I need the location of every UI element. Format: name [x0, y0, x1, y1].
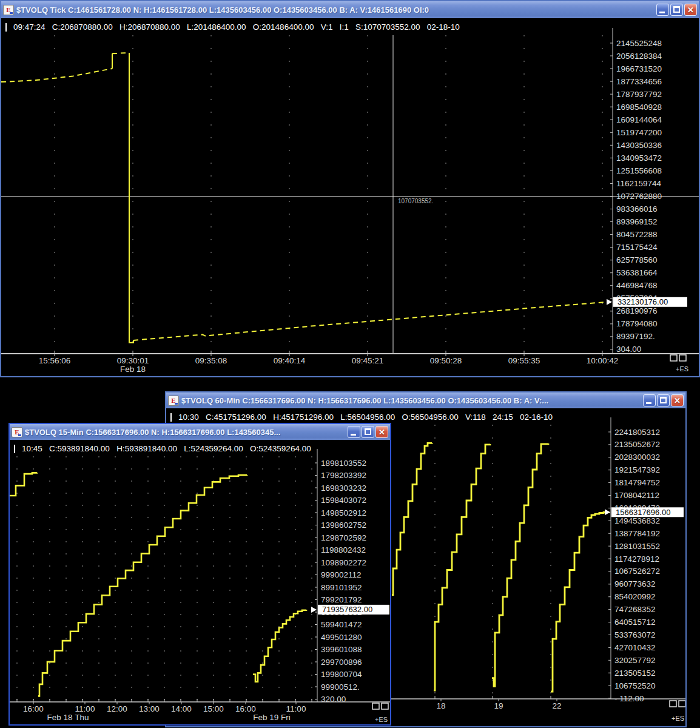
- minimize-button[interactable]: [643, 394, 656, 406]
- series-session-feb19: [253, 610, 306, 682]
- y-axis-label: 1708042112: [614, 491, 659, 500]
- series-session-feb18-close: [10, 473, 37, 496]
- series-session-feb18: [434, 444, 490, 690]
- titlebar[interactable]: E $TVOLQ 15-Min C:1566317696.00 N: H:156…: [10, 424, 390, 440]
- x-axis-label: 22: [552, 701, 561, 710]
- last-value-arrow-icon: [311, 607, 317, 613]
- last-value-text: 719357632.00: [322, 605, 372, 614]
- x-axis-label: 09:55:35: [508, 356, 540, 365]
- y-axis-label: 747268352: [614, 605, 656, 614]
- page-layout-icon[interactable]: [670, 701, 676, 707]
- y-axis-label: 320257792: [614, 656, 656, 665]
- y-axis-label: 1098902272: [321, 558, 366, 567]
- tick-chart-plot[interactable]: 1070703552.15:56:0609:30:0109:35:0809:40…: [1, 18, 699, 376]
- x-axis-label: 13:00: [139, 704, 160, 713]
- text-cursor-icon: [5, 23, 7, 32]
- app-icon: E: [168, 396, 179, 406]
- y-axis-label: 1698303232: [321, 484, 366, 493]
- y-axis-label: 268190976: [616, 306, 658, 315]
- y-axis-label: 1340953472: [616, 153, 662, 163]
- y-axis-label: 299700896: [321, 658, 362, 667]
- maximize-button[interactable]: [670, 4, 683, 16]
- close-button[interactable]: [671, 394, 684, 406]
- y-axis-label: 1814794752: [614, 478, 660, 487]
- text-cursor-icon: [14, 445, 15, 453]
- x-axis-label: 18: [436, 701, 445, 710]
- status-text: 09:47:24 C:206870880.00 H:206870880.00 L…: [13, 22, 460, 32]
- y-axis-label: 854020992: [614, 592, 656, 601]
- y-axis-label: 960773632: [614, 579, 656, 588]
- x-axis-label: 09:30:01: [117, 356, 149, 365]
- y-axis-label: 1398602752: [321, 521, 366, 530]
- series-prev-session-line: [1, 69, 112, 82]
- titlebar[interactable]: E $TVOLQ Tick C:1461561728.00 N: H:14615…: [1, 1, 699, 18]
- y-axis-label: 999002112: [321, 570, 362, 579]
- y-axis-label: 1898103552: [321, 459, 366, 468]
- y-axis-label: 1609144064: [616, 115, 662, 124]
- y-axis-label: 1498502912: [321, 508, 366, 517]
- x-axis-label: 12:00: [107, 704, 127, 713]
- page-layout-icon[interactable]: [679, 355, 686, 361]
- series-current-session-line: [133, 302, 607, 340]
- page-layout-icon[interactable]: [670, 355, 677, 361]
- y-axis-label: 533763072: [614, 630, 656, 639]
- chart-client-area: 10:45 C:593891840.00 H:593891840.00 L:52…: [10, 440, 390, 724]
- window-tick-chart: E $TVOLQ Tick C:1461561728.00 N: H:14615…: [0, 0, 700, 377]
- y-axis-label: 178794080: [616, 319, 658, 328]
- series-session-feb17: [392, 443, 432, 595]
- status-text: 10:45 C:593891840.00 H:593891840.00 L:52…: [22, 444, 311, 453]
- y-axis-label: 715175424: [616, 243, 658, 252]
- close-button[interactable]: [684, 4, 697, 16]
- minimize-button[interactable]: [656, 4, 669, 16]
- y-axis-label: 2028300032: [614, 453, 660, 462]
- y-axis-label: 1921547392: [614, 465, 660, 474]
- page-layout-icon[interactable]: [382, 703, 388, 709]
- y-axis-label: - 112.00: [614, 694, 644, 703]
- x-axis-label: 09:50:28: [430, 356, 462, 365]
- 15min-chart-plot[interactable]: 16:0011:0012:0013:0014:0015:0016:0011:00…: [10, 440, 390, 724]
- close-button[interactable]: [375, 426, 388, 438]
- x-axis-label: 09:35:08: [195, 356, 227, 365]
- titlebar[interactable]: E $TVOLQ 60-Min C:1566317696.00 N: H:156…: [166, 393, 685, 408]
- last-value-text: 1566317696.00: [616, 508, 670, 517]
- window-title: $TVOLQ 15-Min C:1566317696.00 N: H:15663…: [25, 428, 345, 437]
- y-axis-label: 536381664: [616, 268, 658, 277]
- linked-symbol-label: +ES: [671, 715, 684, 722]
- linked-symbol-label: +ES: [676, 365, 688, 372]
- page-layout-icon[interactable]: [372, 703, 379, 709]
- y-axis-label: 1251556608: [616, 166, 662, 175]
- y-axis-label: 99900512.: [321, 682, 360, 692]
- x-axis-label: 15:00: [203, 704, 224, 713]
- maximize-button[interactable]: [362, 426, 374, 438]
- y-axis-label: 304.00: [616, 345, 641, 354]
- y-axis-label: 399601088: [321, 645, 362, 654]
- y-axis-label: 199800704: [321, 670, 362, 679]
- y-axis-label: 1072762880: [616, 192, 662, 201]
- minimize-button[interactable]: [348, 426, 360, 438]
- status-text: 10:30 C:451751296.00 H:451751296.00 L:56…: [178, 413, 553, 422]
- y-axis-label: 893969152: [616, 217, 658, 226]
- x-axis-label: 16:00: [23, 704, 44, 713]
- series-session-feb22: [551, 512, 609, 692]
- last-value-text: 332130176.00: [618, 297, 668, 306]
- x-axis-date-label: Feb 18 Thu: [47, 713, 89, 722]
- x-axis-label: 11:00: [75, 704, 95, 713]
- window-title: $TVOLQ 60-Min C:1566317696.00 N: H:15663…: [181, 396, 641, 405]
- x-axis-label: 10:00:42: [587, 356, 619, 365]
- y-axis-label: 640515712: [614, 618, 656, 627]
- y-axis-label: 1598403072: [321, 496, 366, 505]
- x-axis-label: 09:40:14: [274, 356, 306, 365]
- maximize-button[interactable]: [657, 394, 670, 406]
- series-session-feb18: [38, 475, 247, 696]
- y-axis-label: 1798203392: [321, 471, 366, 480]
- chart-client-area: 09:47:24 C:206870880.00 H:206870880.00 L…: [1, 18, 699, 376]
- x-axis-label: 14:00: [171, 704, 192, 713]
- last-value-arrow-icon: [607, 299, 612, 305]
- page-layout-icon[interactable]: [679, 701, 685, 707]
- text-cursor-icon: [170, 413, 172, 422]
- y-axis-label: 89397192.: [616, 332, 655, 341]
- x-axis-label: 11:00: [286, 704, 306, 713]
- y-axis-label: 599401472: [321, 620, 362, 629]
- y-axis-label: 1298702592: [321, 533, 366, 542]
- x-axis-label: 15:56:06: [39, 356, 71, 365]
